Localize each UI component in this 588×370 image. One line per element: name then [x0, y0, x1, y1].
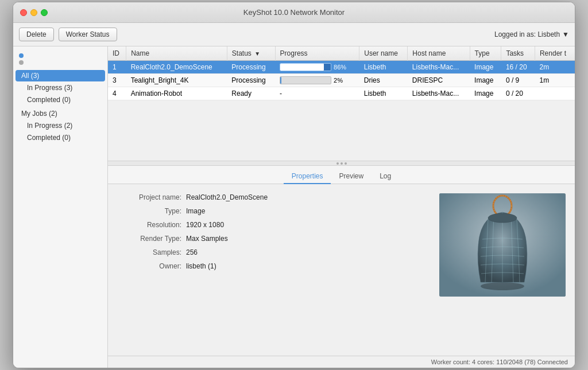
cell-rendertime: [535, 87, 575, 100]
sidebar-item-completed-top[interactable]: Completed (0): [16, 94, 105, 106]
col-hostname[interactable]: Host name: [408, 46, 470, 61]
cell-hostname: DRIESPC: [408, 74, 470, 87]
cell-id: 1: [108, 61, 126, 74]
col-name[interactable]: Name: [126, 46, 227, 61]
window-title: KeyShot 10.0 Network Monitor: [243, 8, 345, 17]
tab-properties[interactable]: Properties: [284, 169, 331, 184]
content-area: ID Name Status ▼ Progress User name Host…: [108, 46, 575, 368]
cell-rendertime: 1m: [535, 74, 575, 87]
col-rendertime[interactable]: Render t: [535, 46, 575, 61]
sidebar-dot-2: [19, 60, 24, 65]
col-username[interactable]: User name: [359, 46, 408, 61]
cell-progress: 2%: [275, 74, 359, 87]
cell-status: Processing: [227, 74, 275, 87]
col-type[interactable]: Type: [470, 46, 501, 61]
prop-project-name: Project name: RealCloth2.0_DemoScene: [117, 193, 428, 201]
table-row[interactable]: 4Animation-RobotReady-LisbethLisbeths-Ma…: [108, 87, 575, 100]
detail-area: Properties Preview Log Project name: Rea…: [108, 166, 575, 356]
cell-hostname: Lisbeths-Mac...: [408, 87, 470, 100]
progress-text: 2%: [334, 77, 343, 84]
maximize-button[interactable]: [41, 9, 48, 16]
properties-content: Project name: RealCloth2.0_DemoScene Typ…: [108, 184, 575, 306]
progress-bar-container: [280, 76, 331, 84]
cell-tasks: 0 / 9: [501, 74, 535, 87]
resize-dot-3: [345, 162, 347, 165]
cell-type: Image: [470, 87, 501, 100]
traffic-lights: [20, 9, 48, 16]
col-tasks[interactable]: Tasks: [501, 46, 535, 61]
cell-progress: 86%: [275, 61, 359, 74]
cell-username: Dries: [359, 74, 408, 87]
sidebar-item-in-progress-my[interactable]: In Progress (2): [16, 120, 105, 131]
resize-dot-1: [336, 162, 339, 165]
toolbar: Delete Worker Status Logged in as: Lisbe…: [13, 23, 575, 46]
sidebar-handle: [13, 49, 107, 69]
prop-type: Type: Image: [117, 207, 428, 215]
sidebar-item-my-jobs[interactable]: My Jobs (2): [16, 108, 105, 119]
toolbar-left: Delete Worker Status: [19, 28, 117, 41]
cell-username: Lisbeth: [359, 87, 408, 100]
cell-name: Animation-Robot: [126, 87, 227, 100]
dropdown-arrow-icon[interactable]: ▼: [562, 30, 569, 38]
jobs-table: ID Name Status ▼ Progress User name Host…: [108, 46, 575, 100]
progress-bar-fill: [280, 77, 281, 84]
tab-log[interactable]: Log: [372, 169, 399, 184]
cell-status: Processing: [227, 61, 275, 74]
progress-cell: 86%: [280, 63, 355, 71]
cell-rendertime: 2m: [535, 61, 575, 74]
resize-dot-2: [341, 162, 343, 165]
properties-list: Project name: RealCloth2.0_DemoScene Typ…: [117, 193, 428, 297]
preview-image: [439, 193, 566, 297]
preview-image-inner: [439, 193, 566, 297]
resize-handle[interactable]: [108, 161, 575, 166]
minimize-button[interactable]: [30, 9, 37, 16]
cell-tasks: 16 / 20: [501, 61, 535, 74]
sidebar-item-in-progress-top[interactable]: In Progress (3): [16, 82, 105, 94]
svg-point-4: [488, 213, 517, 223]
cell-status: Ready: [227, 87, 275, 100]
progress-bar-fill: [280, 64, 324, 71]
prop-resolution: Resolution: 1920 x 1080: [117, 221, 428, 229]
sort-arrow-icon: ▼: [254, 50, 260, 57]
table-row[interactable]: 3Tealight_Bright_4KProcessing 2% DriesDR…: [108, 74, 575, 87]
col-status[interactable]: Status ▼: [227, 46, 275, 61]
prop-samples: Samples: 256: [117, 248, 428, 256]
cell-type: Image: [470, 74, 501, 87]
prop-owner: Owner: lisbeth (1): [117, 262, 428, 270]
progress-text: 86%: [334, 64, 346, 71]
col-progress[interactable]: Progress: [275, 46, 359, 61]
prop-render-type: Render Type: Max Samples: [117, 235, 428, 243]
sidebar-item-all[interactable]: All (3): [16, 70, 105, 81]
table-row[interactable]: 1RealCloth2.0_DemoSceneProcessing 86% Li…: [108, 61, 575, 74]
cell-id: 3: [108, 74, 126, 87]
cell-name: RealCloth2.0_DemoScene: [126, 61, 227, 74]
cell-type: Image: [470, 61, 501, 74]
logged-in-label: Logged in as: Lisbeth ▼: [494, 30, 569, 38]
progress-cell: 2%: [280, 76, 355, 84]
cell-tasks: 0 / 20: [501, 87, 535, 100]
titlebar: KeyShot 10.0 Network Monitor: [13, 2, 575, 23]
table-header-row: ID Name Status ▼ Progress User name Host…: [108, 46, 575, 61]
worker-status-button[interactable]: Worker Status: [59, 28, 117, 41]
close-button[interactable]: [20, 9, 27, 16]
cell-name: Tealight_Bright_4K: [126, 74, 227, 87]
sidebar-item-completed-my[interactable]: Completed (0): [16, 132, 105, 143]
sidebar-dot-1: [19, 53, 24, 58]
delete-button[interactable]: Delete: [19, 28, 54, 41]
status-text: Worker count: 4 cores: 110/2048 (78) Con…: [431, 359, 568, 365]
tab-preview[interactable]: Preview: [331, 169, 372, 184]
cell-hostname: Lisbeths-Mac...: [408, 61, 470, 74]
cell-username: Lisbeth: [359, 61, 408, 74]
sidebar: All (3) In Progress (3) Completed (0) My…: [13, 46, 108, 368]
cell-id: 4: [108, 87, 126, 100]
jobs-table-area: ID Name Status ▼ Progress User name Host…: [108, 46, 575, 161]
main-window: KeyShot 10.0 Network Monitor Delete Work…: [13, 2, 575, 368]
cell-progress: -: [275, 87, 359, 100]
main-content: All (3) In Progress (3) Completed (0) My…: [13, 46, 575, 368]
detail-tabs: Properties Preview Log: [108, 166, 575, 184]
status-bar: Worker count: 4 cores: 110/2048 (78) Con…: [108, 356, 575, 368]
resize-dots: [336, 162, 347, 165]
svg-point-1: [481, 282, 524, 290]
col-id[interactable]: ID: [108, 46, 126, 61]
preview-svg: [439, 193, 566, 297]
